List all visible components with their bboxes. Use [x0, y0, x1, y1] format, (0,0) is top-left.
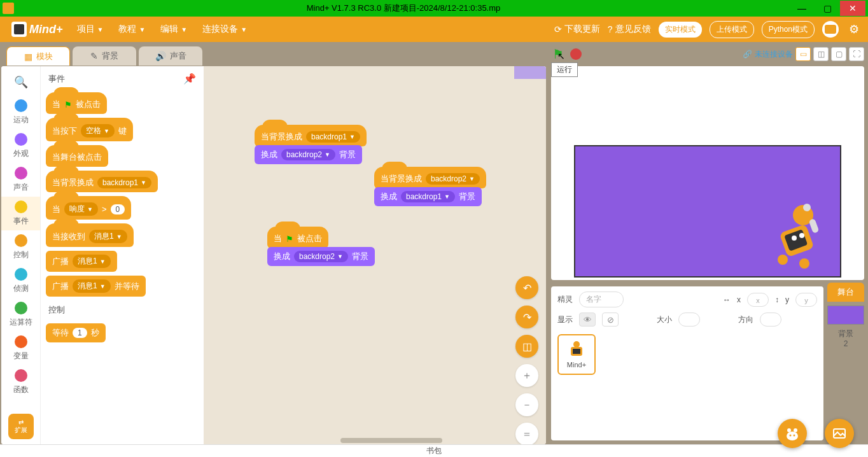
sprite-name-input[interactable]: 名字	[579, 292, 624, 307]
redo-button[interactable]: ↷	[515, 306, 538, 328]
script-stack-3[interactable]: 当⚑被点击 换成backdrop2▼背景	[267, 227, 375, 266]
show-button[interactable]: 👁	[579, 313, 596, 327]
mode-upload[interactable]: 上传模式	[710, 21, 754, 38]
menu-tutorial[interactable]: 教程▼	[112, 24, 151, 35]
device-status[interactable]: 🔗未连接设备	[743, 49, 793, 60]
svg-point-5	[803, 204, 811, 211]
category-variables[interactable]: 变量	[1, 332, 40, 365]
settings-gear-icon[interactable]: ⚙	[846, 22, 862, 37]
logo-text: Mind+	[29, 23, 63, 36]
workspace-selection-ghost	[514, 66, 546, 79]
stop-button[interactable]	[569, 47, 583, 61]
zoom-reset-button[interactable]: ＝	[515, 423, 538, 444]
mode-realtime[interactable]: 实时模式	[659, 22, 702, 38]
window-title: Mind+ V1.7.3 RC3.0 新建项目-2024/8/12-21:0:3…	[18, 3, 789, 14]
logo: Mind+	[6, 22, 68, 37]
close-button[interactable]: ✕	[840, 1, 865, 16]
x-input[interactable]: x	[747, 293, 769, 307]
tab-backdrops[interactable]: ✎背景	[73, 46, 136, 66]
hide-button[interactable]: ⊘	[602, 313, 619, 327]
palette-header-control: 控制	[46, 300, 199, 320]
menu-feedback[interactable]: ?意见反馈	[608, 24, 651, 35]
backpack-label: 书包	[414, 446, 454, 456]
flag-icon: ⚑	[286, 234, 293, 244]
view-only-button[interactable]: ▢	[831, 47, 846, 61]
svg-point-12	[787, 428, 791, 432]
sprite-thumb-mindplus[interactable]: Mind+	[557, 334, 596, 375]
svg-rect-8	[809, 218, 820, 234]
crop-button[interactable]: ◫	[515, 335, 538, 358]
size-input[interactable]	[678, 313, 700, 327]
block-when-receive[interactable]: 当接收到消息1▼	[46, 223, 134, 247]
menu-bar: Mind+ 项目▼ 教程▼ 编辑▼ 连接设备▼ ⟳下载更新 ?意见反馈 实时模式…	[0, 17, 868, 42]
backdrop-icon: ✎	[90, 51, 98, 61]
block-palette[interactable]: 事件 📌 当⚑被点击 当按下空格▼键 当舞台被点击 当背景换成backdrop1…	[41, 66, 204, 444]
stage-toolbar: ⚑ ↖ 运行 🔗未连接设备 ▭ ◫ ▢ ⛶	[551, 45, 864, 64]
category-sensing[interactable]: 侦测	[1, 264, 40, 298]
direction-label: 方向	[738, 314, 753, 325]
stage-tab[interactable]: 舞台	[827, 283, 864, 302]
extension-button[interactable]: ⇄扩展	[8, 414, 34, 439]
category-operators[interactable]: 运算符	[1, 298, 40, 332]
menu-download[interactable]: ⟳下载更新	[554, 24, 600, 35]
mode-python[interactable]: Python模式	[762, 21, 815, 38]
zoom-out-button[interactable]: －	[515, 393, 538, 416]
sprite-list: Mind+	[557, 334, 817, 375]
direction-input[interactable]	[760, 313, 781, 327]
category-functions[interactable]: 函数	[1, 365, 40, 399]
tab-blocks[interactable]: ▦模块	[6, 46, 70, 66]
palette-header-events: 事件 📌	[46, 69, 199, 88]
stage[interactable]	[574, 145, 841, 278]
block-when-stage-clicked[interactable]: 当舞台被点击	[46, 145, 108, 167]
workspace[interactable]: 当背景换成backdrop1▼ 换成backdrop2▼背景 当背景换成back…	[204, 66, 546, 444]
ws-block-when-backdrop-2[interactable]: 当背景换成backdrop2▼	[374, 167, 486, 188]
ws-block-when-flag[interactable]: 当⚑被点击	[267, 227, 328, 248]
sprite-info-panel: 精灵 名字 ↔xx ↕yy 显示 👁 ⊘ 大小 方向 Mind+	[551, 286, 823, 440]
menu-edit[interactable]: 编辑▼	[154, 24, 193, 35]
category-motion[interactable]: 运动	[1, 95, 40, 129]
block-when-greater-than[interactable]: 当响度▼>0	[46, 196, 131, 220]
backdrop-thumb[interactable]	[827, 306, 864, 325]
category-sound[interactable]: 声音	[1, 163, 40, 197]
view-small-button[interactable]: ▭	[795, 47, 811, 61]
script-stack-1[interactable]: 当背景换成backdrop1▼ 换成backdrop2▼背景	[255, 125, 367, 164]
svg-point-4	[799, 233, 804, 238]
ws-block-switch-backdrop-3[interactable]: 换成backdrop2▼背景	[267, 247, 375, 266]
maximize-button[interactable]: ▢	[815, 1, 840, 16]
category-events[interactable]: 事件	[1, 197, 40, 230]
block-when-backdrop-switches[interactable]: 当背景换成backdrop1▼	[46, 171, 158, 192]
sprite-label: 精灵	[557, 294, 573, 305]
block-wait[interactable]: 等待1秒	[46, 323, 106, 342]
view-large-button[interactable]: ◫	[813, 47, 829, 61]
backpack-bar[interactable]: 书包	[0, 444, 868, 457]
ws-block-switch-backdrop-2[interactable]: 换成backdrop1▼背景	[374, 187, 482, 206]
blocks-icon: ▦	[24, 52, 32, 62]
menu-project[interactable]: 项目▼	[71, 24, 110, 35]
block-when-flag-clicked[interactable]: 当⚑被点击	[46, 92, 107, 114]
menu-connect[interactable]: 连接设备▼	[196, 24, 253, 35]
add-backdrop-fab[interactable]	[825, 419, 854, 448]
green-flag-button[interactable]: ⚑ ↖ 运行	[551, 47, 565, 61]
zoom-in-button[interactable]: ＋	[515, 364, 538, 387]
category-control[interactable]: 控制	[1, 230, 40, 264]
user-avatar[interactable]	[822, 21, 839, 38]
sprite-on-stage[interactable]	[764, 200, 827, 270]
block-broadcast[interactable]: 广播消息1▼	[46, 251, 117, 272]
block-when-key-pressed[interactable]: 当按下空格▼键	[46, 118, 133, 141]
stop-icon	[570, 48, 582, 60]
y-input[interactable]: y	[795, 293, 817, 307]
svg-point-6	[778, 255, 788, 265]
fullscreen-button[interactable]: ⛶	[849, 47, 864, 61]
add-sprite-fab[interactable]	[778, 419, 807, 448]
category-looks[interactable]: 外观	[1, 129, 40, 163]
tab-sounds[interactable]: 🔊声音	[139, 46, 202, 66]
undo-button[interactable]: ↶	[515, 276, 538, 299]
script-stack-2[interactable]: 当背景换成backdrop2▼ 换成backdrop1▼背景	[374, 167, 486, 206]
minimize-button[interactable]: —	[789, 1, 815, 16]
ws-block-switch-backdrop-1[interactable]: 换成backdrop2▼背景	[255, 145, 362, 164]
ws-block-when-backdrop-1[interactable]: 当背景换成backdrop1▼	[255, 125, 367, 146]
search-icon[interactable]: 🔍	[14, 71, 28, 95]
workspace-scrollbar[interactable]	[340, 438, 442, 443]
pin-icon[interactable]: 📌	[183, 73, 196, 85]
block-broadcast-wait[interactable]: 广播消息1▼并等待	[46, 276, 146, 297]
